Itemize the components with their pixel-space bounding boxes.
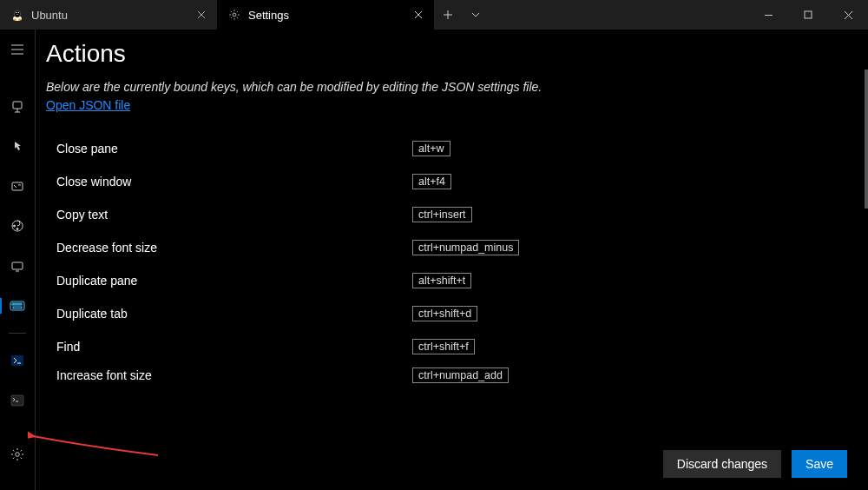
- page-description: Below are the currently bound keys, whic…: [46, 80, 816, 94]
- action-row: Close window alt+f4: [56, 165, 816, 198]
- keybinding: alt+w: [412, 141, 450, 156]
- tab-label: Ubuntu: [31, 9, 186, 22]
- window-controls: [748, 0, 868, 30]
- action-label: Duplicate pane: [56, 274, 395, 288]
- sidebar-item-interaction[interactable]: [0, 134, 35, 160]
- new-tab-button[interactable]: [434, 0, 462, 30]
- svg-point-5: [18, 19, 22, 21]
- action-label: Copy text: [56, 208, 395, 222]
- close-window-button[interactable]: [828, 0, 868, 30]
- svg-point-2: [16, 12, 16, 13]
- title-bar: Ubuntu Settings: [0, 0, 868, 30]
- svg-rect-7: [805, 11, 812, 18]
- sidebar-profile-powershell[interactable]: [0, 348, 35, 374]
- close-icon[interactable]: [193, 6, 210, 23]
- action-row: Close pane alt+w: [56, 132, 816, 165]
- keybinding: ctrl+numpad_minus: [412, 240, 519, 255]
- svg-point-3: [18, 12, 19, 13]
- keybinding: ctrl+shift+f: [412, 339, 475, 354]
- sidebar-profile-cmd[interactable]: [0, 387, 35, 414]
- keybinding: ctrl+shift+d: [412, 306, 477, 321]
- sidebar-item-startup[interactable]: [0, 94, 35, 120]
- sidebar-item-rendering[interactable]: [0, 253, 35, 279]
- svg-point-21: [16, 453, 20, 457]
- keybinding: ctrl+insert: [412, 207, 472, 222]
- actions-list: Close pane alt+w Close window alt+f4 Cop…: [46, 132, 816, 387]
- keybinding: alt+f4: [412, 174, 451, 189]
- svg-rect-9: [12, 182, 23, 190]
- open-json-file-link[interactable]: Open JSON file: [46, 98, 130, 112]
- tab-dropdown-button[interactable]: [462, 0, 490, 30]
- svg-point-6: [233, 13, 236, 17]
- titlebar-drag-area[interactable]: [490, 0, 748, 30]
- gear-icon: [227, 8, 241, 22]
- action-row: Duplicate tab ctrl+shift+d: [56, 297, 816, 330]
- svg-rect-8: [13, 102, 22, 109]
- sidebar-item-color-schemes[interactable]: [0, 213, 35, 239]
- keybinding: alt+shift+t: [412, 273, 471, 288]
- svg-point-10: [14, 225, 16, 227]
- svg-rect-15: [15, 303, 16, 305]
- action-label: Find: [56, 340, 395, 354]
- action-label: Close pane: [56, 142, 395, 156]
- page-title: Actions: [46, 40, 816, 68]
- tab-ubuntu[interactable]: Ubuntu: [0, 0, 217, 30]
- tux-icon: [10, 8, 24, 22]
- save-button[interactable]: Save: [792, 450, 847, 478]
- action-label: Close window: [56, 175, 395, 189]
- keybinding: ctrl+numpad_add: [412, 368, 509, 383]
- action-row: Duplicate pane alt+shift+t: [56, 264, 816, 297]
- sidebar-item-appearance[interactable]: [0, 174, 35, 200]
- action-label: Duplicate tab: [56, 307, 395, 321]
- action-row: Increase font size ctrl+numpad_add: [56, 363, 816, 387]
- sidebar-separator: [9, 333, 26, 334]
- discard-changes-button[interactable]: Discard changes: [663, 450, 781, 478]
- svg-rect-12: [12, 262, 23, 269]
- svg-rect-16: [17, 303, 19, 305]
- sidebar: [0, 30, 35, 490]
- close-icon[interactable]: [410, 6, 427, 23]
- svg-rect-18: [13, 307, 22, 308]
- svg-rect-17: [20, 303, 22, 305]
- svg-point-4: [13, 19, 16, 21]
- action-row: Find ctrl+shift+f: [56, 330, 816, 363]
- sidebar-item-actions[interactable]: [0, 293, 35, 319]
- tab-label: Settings: [248, 9, 403, 22]
- scrollbar[interactable]: [865, 70, 868, 209]
- svg-rect-14: [12, 303, 14, 305]
- hamburger-menu-button[interactable]: [0, 36, 35, 63]
- sidebar-settings-gear[interactable]: [0, 441, 35, 467]
- action-row: Decrease font size ctrl+numpad_minus: [56, 231, 816, 264]
- footer: Discard changes Save: [36, 438, 868, 490]
- maximize-button[interactable]: [788, 0, 828, 30]
- tab-settings[interactable]: Settings: [217, 0, 434, 30]
- content-pane: Actions Below are the currently bound ke…: [35, 30, 868, 490]
- action-row: Copy text ctrl+insert: [56, 198, 816, 231]
- svg-rect-19: [11, 355, 23, 366]
- svg-rect-20: [11, 395, 23, 406]
- minimize-button[interactable]: [748, 0, 788, 30]
- action-label: Increase font size: [56, 368, 395, 382]
- action-label: Decrease font size: [56, 241, 395, 255]
- svg-point-11: [16, 228, 18, 230]
